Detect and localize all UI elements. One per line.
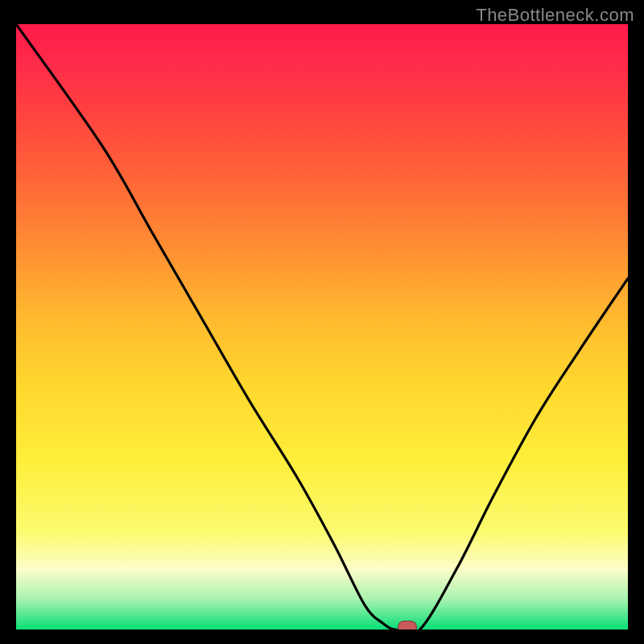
optimal-marker [398, 621, 417, 630]
chart-title [0, 0, 1, 1]
watermark-text: TheBottleneck.com [476, 5, 634, 26]
bottleneck-curve [16, 24, 628, 630]
plot-area [16, 24, 628, 630]
chart-frame: TheBottleneck.com [0, 0, 644, 644]
